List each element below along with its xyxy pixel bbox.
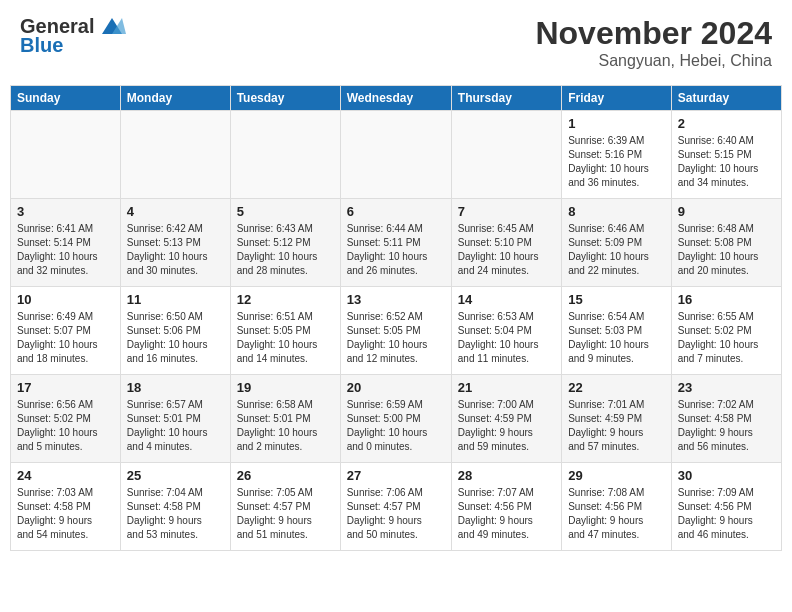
day-info: Sunrise: 7:00 AM Sunset: 4:59 PM Dayligh… (458, 398, 555, 454)
day-number: 12 (237, 292, 334, 307)
day-number: 28 (458, 468, 555, 483)
weekday-header-wednesday: Wednesday (340, 86, 451, 111)
day-number: 20 (347, 380, 445, 395)
day-number: 9 (678, 204, 775, 219)
calendar-cell: 17Sunrise: 6:56 AM Sunset: 5:02 PM Dayli… (11, 375, 121, 463)
calendar-cell: 13Sunrise: 6:52 AM Sunset: 5:05 PM Dayli… (340, 287, 451, 375)
day-number: 23 (678, 380, 775, 395)
calendar-cell: 24Sunrise: 7:03 AM Sunset: 4:58 PM Dayli… (11, 463, 121, 551)
page-header: General Blue November 2024 Sangyuan, Heb… (10, 10, 782, 75)
day-number: 27 (347, 468, 445, 483)
calendar-week-row: 10Sunrise: 6:49 AM Sunset: 5:07 PM Dayli… (11, 287, 782, 375)
day-number: 2 (678, 116, 775, 131)
day-number: 24 (17, 468, 114, 483)
calendar-cell: 7Sunrise: 6:45 AM Sunset: 5:10 PM Daylig… (451, 199, 561, 287)
day-info: Sunrise: 7:08 AM Sunset: 4:56 PM Dayligh… (568, 486, 665, 542)
day-info: Sunrise: 6:40 AM Sunset: 5:15 PM Dayligh… (678, 134, 775, 190)
day-info: Sunrise: 6:57 AM Sunset: 5:01 PM Dayligh… (127, 398, 224, 454)
weekday-header-saturday: Saturday (671, 86, 781, 111)
calendar-week-row: 17Sunrise: 6:56 AM Sunset: 5:02 PM Dayli… (11, 375, 782, 463)
calendar-cell: 1Sunrise: 6:39 AM Sunset: 5:16 PM Daylig… (562, 111, 672, 199)
calendar-cell (340, 111, 451, 199)
day-info: Sunrise: 7:09 AM Sunset: 4:56 PM Dayligh… (678, 486, 775, 542)
day-info: Sunrise: 7:02 AM Sunset: 4:58 PM Dayligh… (678, 398, 775, 454)
calendar-cell: 11Sunrise: 6:50 AM Sunset: 5:06 PM Dayli… (120, 287, 230, 375)
weekday-header-row: SundayMondayTuesdayWednesdayThursdayFrid… (11, 86, 782, 111)
day-info: Sunrise: 6:59 AM Sunset: 5:00 PM Dayligh… (347, 398, 445, 454)
day-number: 7 (458, 204, 555, 219)
day-number: 30 (678, 468, 775, 483)
logo-blue-text: Blue (20, 34, 63, 57)
day-info: Sunrise: 6:41 AM Sunset: 5:14 PM Dayligh… (17, 222, 114, 278)
calendar-cell: 8Sunrise: 6:46 AM Sunset: 5:09 PM Daylig… (562, 199, 672, 287)
calendar-cell: 15Sunrise: 6:54 AM Sunset: 5:03 PM Dayli… (562, 287, 672, 375)
day-number: 19 (237, 380, 334, 395)
day-info: Sunrise: 6:50 AM Sunset: 5:06 PM Dayligh… (127, 310, 224, 366)
calendar-cell: 16Sunrise: 6:55 AM Sunset: 5:02 PM Dayli… (671, 287, 781, 375)
day-number: 3 (17, 204, 114, 219)
day-info: Sunrise: 6:42 AM Sunset: 5:13 PM Dayligh… (127, 222, 224, 278)
logo: General Blue (20, 15, 126, 57)
calendar-cell: 29Sunrise: 7:08 AM Sunset: 4:56 PM Dayli… (562, 463, 672, 551)
day-number: 5 (237, 204, 334, 219)
day-info: Sunrise: 6:54 AM Sunset: 5:03 PM Dayligh… (568, 310, 665, 366)
calendar-cell: 12Sunrise: 6:51 AM Sunset: 5:05 PM Dayli… (230, 287, 340, 375)
day-number: 11 (127, 292, 224, 307)
calendar-cell: 9Sunrise: 6:48 AM Sunset: 5:08 PM Daylig… (671, 199, 781, 287)
day-number: 22 (568, 380, 665, 395)
calendar-week-row: 24Sunrise: 7:03 AM Sunset: 4:58 PM Dayli… (11, 463, 782, 551)
calendar-cell (451, 111, 561, 199)
calendar-cell: 4Sunrise: 6:42 AM Sunset: 5:13 PM Daylig… (120, 199, 230, 287)
day-info: Sunrise: 6:55 AM Sunset: 5:02 PM Dayligh… (678, 310, 775, 366)
day-number: 17 (17, 380, 114, 395)
day-number: 1 (568, 116, 665, 131)
month-title: November 2024 (535, 15, 772, 52)
day-info: Sunrise: 7:07 AM Sunset: 4:56 PM Dayligh… (458, 486, 555, 542)
calendar-cell: 6Sunrise: 6:44 AM Sunset: 5:11 PM Daylig… (340, 199, 451, 287)
weekday-header-sunday: Sunday (11, 86, 121, 111)
calendar-cell: 23Sunrise: 7:02 AM Sunset: 4:58 PM Dayli… (671, 375, 781, 463)
day-info: Sunrise: 7:01 AM Sunset: 4:59 PM Dayligh… (568, 398, 665, 454)
calendar-cell: 26Sunrise: 7:05 AM Sunset: 4:57 PM Dayli… (230, 463, 340, 551)
day-info: Sunrise: 6:56 AM Sunset: 5:02 PM Dayligh… (17, 398, 114, 454)
weekday-header-thursday: Thursday (451, 86, 561, 111)
day-info: Sunrise: 6:53 AM Sunset: 5:04 PM Dayligh… (458, 310, 555, 366)
day-info: Sunrise: 6:39 AM Sunset: 5:16 PM Dayligh… (568, 134, 665, 190)
calendar-cell: 10Sunrise: 6:49 AM Sunset: 5:07 PM Dayli… (11, 287, 121, 375)
calendar-cell (230, 111, 340, 199)
calendar-cell: 20Sunrise: 6:59 AM Sunset: 5:00 PM Dayli… (340, 375, 451, 463)
calendar-cell: 19Sunrise: 6:58 AM Sunset: 5:01 PM Dayli… (230, 375, 340, 463)
day-number: 14 (458, 292, 555, 307)
day-number: 25 (127, 468, 224, 483)
day-info: Sunrise: 6:52 AM Sunset: 5:05 PM Dayligh… (347, 310, 445, 366)
calendar-cell: 5Sunrise: 6:43 AM Sunset: 5:12 PM Daylig… (230, 199, 340, 287)
day-info: Sunrise: 7:04 AM Sunset: 4:58 PM Dayligh… (127, 486, 224, 542)
day-info: Sunrise: 6:48 AM Sunset: 5:08 PM Dayligh… (678, 222, 775, 278)
day-info: Sunrise: 6:43 AM Sunset: 5:12 PM Dayligh… (237, 222, 334, 278)
day-number: 10 (17, 292, 114, 307)
calendar-cell: 21Sunrise: 7:00 AM Sunset: 4:59 PM Dayli… (451, 375, 561, 463)
day-number: 8 (568, 204, 665, 219)
day-number: 6 (347, 204, 445, 219)
day-number: 16 (678, 292, 775, 307)
location-title: Sangyuan, Hebei, China (535, 52, 772, 70)
day-number: 21 (458, 380, 555, 395)
calendar-cell: 22Sunrise: 7:01 AM Sunset: 4:59 PM Dayli… (562, 375, 672, 463)
day-info: Sunrise: 6:58 AM Sunset: 5:01 PM Dayligh… (237, 398, 334, 454)
day-info: Sunrise: 7:06 AM Sunset: 4:57 PM Dayligh… (347, 486, 445, 542)
title-block: November 2024 Sangyuan, Hebei, China (535, 15, 772, 70)
day-number: 15 (568, 292, 665, 307)
day-number: 4 (127, 204, 224, 219)
day-info: Sunrise: 6:44 AM Sunset: 5:11 PM Dayligh… (347, 222, 445, 278)
calendar-table: SundayMondayTuesdayWednesdayThursdayFrid… (10, 85, 782, 551)
day-number: 13 (347, 292, 445, 307)
day-info: Sunrise: 6:45 AM Sunset: 5:10 PM Dayligh… (458, 222, 555, 278)
calendar-cell: 14Sunrise: 6:53 AM Sunset: 5:04 PM Dayli… (451, 287, 561, 375)
weekday-header-tuesday: Tuesday (230, 86, 340, 111)
calendar-cell: 3Sunrise: 6:41 AM Sunset: 5:14 PM Daylig… (11, 199, 121, 287)
calendar-cell (120, 111, 230, 199)
calendar-week-row: 1Sunrise: 6:39 AM Sunset: 5:16 PM Daylig… (11, 111, 782, 199)
day-info: Sunrise: 7:05 AM Sunset: 4:57 PM Dayligh… (237, 486, 334, 542)
calendar-cell (11, 111, 121, 199)
weekday-header-friday: Friday (562, 86, 672, 111)
